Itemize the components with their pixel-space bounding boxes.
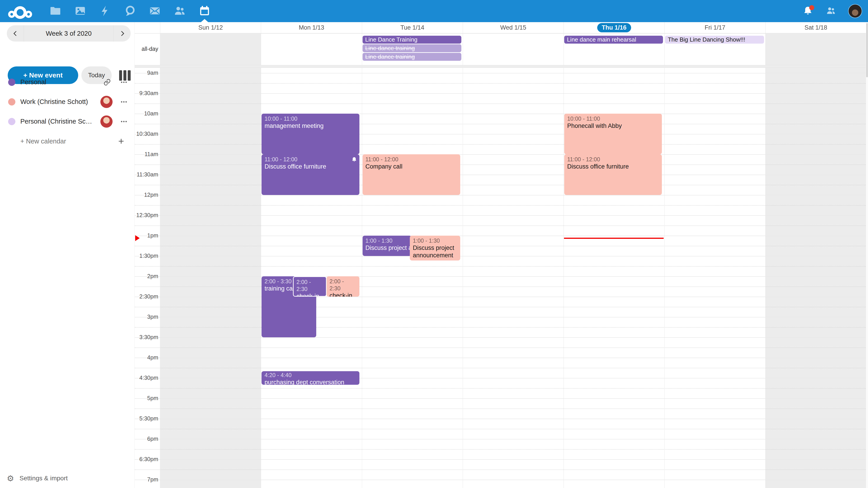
quarter-grid-line xyxy=(135,307,866,307)
current-time-line xyxy=(564,238,664,239)
time-axis-label: 5:30pm xyxy=(135,415,158,422)
event-time: 1:00 - 1:30 xyxy=(366,237,408,244)
calendar-list-item[interactable]: Work (Christine Schott) xyxy=(0,92,135,111)
calendar-color-dot xyxy=(8,78,16,86)
share-link-icon[interactable] xyxy=(102,77,113,88)
app-talk-button[interactable] xyxy=(118,0,143,22)
calendar-menu-button[interactable] xyxy=(119,96,129,107)
quarter-grid-line xyxy=(135,164,866,165)
hour-grid-line xyxy=(135,459,866,460)
scrollbar-thumb[interactable] xyxy=(866,23,868,77)
event-time: 11:00 - 12:00 xyxy=(265,156,356,163)
new-calendar-row[interactable]: + New calendar xyxy=(0,132,135,150)
hour-grid-line xyxy=(135,419,866,419)
allday-event-card[interactable]: Line Dance Training xyxy=(363,36,461,43)
allday-event-card[interactable]: Line dance main rehearsal xyxy=(564,36,663,43)
event-card[interactable]: 1:00 - 1:30Discuss project announcement xyxy=(410,236,460,260)
chevron-left-icon xyxy=(12,30,19,37)
event-card[interactable]: 11:00 - 12:00Discuss office furniture xyxy=(564,154,662,195)
allday-event-card[interactable]: The Big Line Dancing Show!!! xyxy=(665,36,764,43)
event-card[interactable]: 11:00 - 12:00Discuss office furniture xyxy=(261,154,359,195)
time-axis-label: 2pm xyxy=(135,273,158,280)
next-week-button[interactable] xyxy=(114,25,131,41)
hour-grid-line xyxy=(135,439,866,440)
app-mail-button[interactable] xyxy=(143,0,167,22)
column-grid-line xyxy=(765,22,766,488)
quarter-grid-line xyxy=(135,185,866,185)
app-activity-button[interactable] xyxy=(93,0,118,22)
user-avatar[interactable] xyxy=(848,4,862,18)
photos-icon xyxy=(74,5,86,18)
header-bottom-line xyxy=(135,33,866,34)
day-header[interactable]: Mon 1/13 xyxy=(261,22,362,33)
column-grid-line xyxy=(463,22,463,488)
settings-label: Settings & import xyxy=(20,475,68,482)
day-header[interactable]: Tue 1/14 xyxy=(362,22,463,33)
hour-grid-line xyxy=(135,93,866,94)
hour-grid-line xyxy=(135,297,866,297)
event-title: Discuss project announcement xyxy=(413,244,457,259)
shared-by-avatar xyxy=(100,116,113,128)
app-contacts-button[interactable] xyxy=(167,0,192,22)
time-axis-label: 5pm xyxy=(135,395,158,401)
weekend-column-shading xyxy=(765,33,866,488)
settings-import-button[interactable]: ⚙ Settings & import xyxy=(0,471,135,485)
time-axis-label: 11am xyxy=(135,151,158,158)
calendar-menu-button[interactable] xyxy=(119,116,129,127)
plus-icon[interactable] xyxy=(116,136,127,147)
event-title: check-in xyxy=(297,293,323,297)
event-title: Discuss office furniture xyxy=(567,163,659,170)
event-title: Phonecall with Abby xyxy=(567,122,659,130)
calendar-menu-button[interactable] xyxy=(119,77,129,88)
quarter-grid-line xyxy=(135,124,866,124)
nextcloud-logo-icon[interactable] xyxy=(8,5,33,17)
calendar-list-item[interactable]: Personal (Christine Scho... xyxy=(0,111,135,131)
calendar-list-item[interactable]: Personal xyxy=(0,72,135,92)
active-app-pointer xyxy=(201,19,208,22)
chevron-right-icon xyxy=(119,30,126,37)
event-card[interactable]: 11:00 - 12:00Company call xyxy=(363,154,460,195)
week-label[interactable]: Week 3 of 2020 xyxy=(24,25,114,41)
current-time-arrow xyxy=(135,235,140,241)
weekend-column-shading xyxy=(160,33,261,488)
day-header[interactable]: Sun 1/12 xyxy=(160,22,261,33)
app-photos-button[interactable] xyxy=(68,0,93,22)
notifications-button[interactable] xyxy=(801,4,815,18)
column-grid-line xyxy=(160,22,160,488)
mail-icon xyxy=(149,5,161,18)
hour-grid-line xyxy=(135,398,866,399)
app-calendar-button[interactable] xyxy=(192,0,217,22)
quarter-grid-line xyxy=(135,327,866,328)
column-grid-line xyxy=(261,22,261,488)
event-time: 10:00 - 11:00 xyxy=(265,115,356,122)
event-card[interactable]: 1:00 - 1:30Discuss project announcement xyxy=(363,236,411,256)
previous-week-button[interactable] xyxy=(7,25,24,41)
scrollbar[interactable] xyxy=(866,22,868,488)
day-header[interactable]: Sat 1/18 xyxy=(766,22,866,33)
topbar xyxy=(0,0,868,22)
hour-grid-line xyxy=(135,215,866,216)
contacts-menu-button[interactable] xyxy=(825,4,838,18)
allday-event-card[interactable]: Line dance training xyxy=(363,44,461,52)
app-files-button[interactable] xyxy=(43,0,68,22)
hour-grid-line xyxy=(135,175,866,175)
event-card[interactable]: 10:00 - 11:00Phonecall with Abby xyxy=(564,113,662,154)
event-card[interactable]: 10:00 - 11:00management meeting xyxy=(261,113,359,154)
day-header[interactable]: Fri 1/17 xyxy=(664,22,765,33)
event-time: 10:00 - 11:00 xyxy=(567,115,659,122)
event-title: Company call xyxy=(366,163,457,170)
time-axis-label: 4pm xyxy=(135,354,158,361)
event-card[interactable]: 2:00 - 2:30check-in xyxy=(327,276,360,297)
time-axis-label: 4:30pm xyxy=(135,375,158,381)
event-card[interactable]: 4:20 - 4:40purchasing dept conversation xyxy=(261,371,359,385)
day-header[interactable]: Thu 1/16 xyxy=(564,22,664,33)
event-time: 1:00 - 1:30 xyxy=(413,237,457,244)
allday-event-card[interactable]: Line dance training xyxy=(363,53,461,61)
activity-icon xyxy=(99,5,111,18)
hour-grid-line xyxy=(135,236,866,236)
calendar-list: PersonalWork (Christine Schott)Personal … xyxy=(0,72,135,131)
files-icon xyxy=(50,5,61,18)
time-axis-label: 1:30pm xyxy=(135,253,158,259)
event-card[interactable]: 2:00 - 2:30check-in xyxy=(293,276,327,297)
day-header[interactable]: Wed 1/15 xyxy=(463,22,563,33)
